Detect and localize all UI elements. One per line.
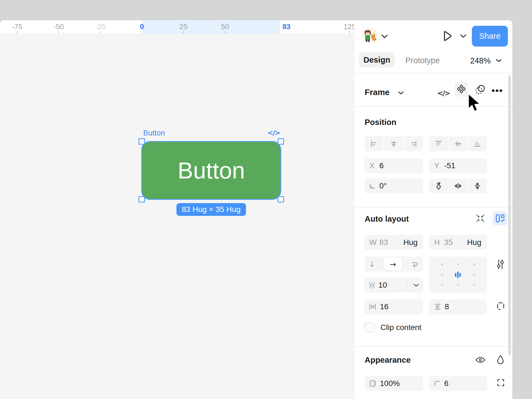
corner-radius-icon [434,380,441,387]
frame-type-selector[interactable]: Frame [365,88,390,97]
tab-design-label: Design [364,55,390,65]
frame-selector-chevron-icon[interactable] [398,91,404,95]
direction-wrap-button[interactable] [411,260,419,268]
alignment-grid[interactable] [429,257,487,293]
field-separator [407,280,407,290]
flip-horizontal-button[interactable] [449,178,467,193]
auto-layout-section-title: Auto layout [365,214,409,224]
width-field[interactable]: W 83 Hug [364,235,423,250]
individual-corners-icon[interactable] [497,378,505,387]
vertical-align-group [429,136,487,151]
ruler-tick [58,31,59,34]
opacity-field[interactable]: 100% [364,376,423,391]
divider [354,346,512,347]
clip-content-checkbox[interactable] [364,322,375,332]
divider [354,106,512,107]
align-bottom-button[interactable] [468,136,487,151]
corner-radius-value: 6 [444,379,449,388]
gap-icon: )|( [369,282,375,289]
rotate-button[interactable] [429,178,448,193]
layout-direction-group: ↓ → [364,257,423,272]
share-button-label: Share [479,32,500,41]
more-options-icon[interactable]: ••• [492,85,503,96]
present-play-button[interactable] [442,30,453,42]
design-canvas[interactable]: -75 -50 -25 0 25 50 83 125 Button </> Bu… [0,20,354,399]
zoom-level[interactable]: 248% [470,56,491,65]
avatar-person [365,30,371,42]
align-h-center-button[interactable] [384,136,403,151]
x-field-label: X [369,161,379,170]
individual-padding-icon[interactable] [497,302,505,311]
horizontal-align-group [364,136,423,151]
ruler-mark: 83 [283,22,291,31]
blend-droplet-icon[interactable] [497,354,504,364]
visibility-eye-icon[interactable] [475,356,486,364]
direction-vertical-button[interactable]: ↓ [369,260,375,268]
ruler-mark: 50 [221,22,229,31]
y-position-field[interactable]: Y -51 [429,158,487,173]
resize-handle-top-left[interactable] [139,138,145,145]
horizontal-ruler: -75 -50 -25 0 25 50 83 125 [0,20,354,34]
user-avatar[interactable] [362,28,377,44]
remove-auto-layout-icon[interactable]: ↘↙ ↗↖ [475,213,486,223]
horizontal-padding-icon [369,303,377,310]
ruler-mark: 25 [180,22,188,31]
resize-handle-top-right[interactable] [278,138,284,145]
ruler-mark: -25 [95,22,106,31]
right-arrow-icon: → [390,260,396,268]
rotation-value: 0° [379,181,387,190]
vertical-padding-value: 8 [445,302,449,311]
ruler-tick [100,31,101,34]
inspector-panel: Share Design Prototype 248% Frame </> ••… [354,20,512,399]
ruler-mark: -50 [53,22,64,31]
advanced-layout-settings-icon[interactable] [496,259,505,270]
gap-options-chevron-icon[interactable] [413,283,419,287]
vertical-padding-field[interactable]: 8 [429,299,487,314]
gap-value: 10 [378,281,387,290]
vertical-padding-icon [434,303,441,310]
flip-vertical-button[interactable] [468,178,487,193]
dev-mode-toggle-icon[interactable]: </> [437,89,450,97]
height-label: H [434,238,444,247]
tab-prototype[interactable]: Prototype [405,56,440,65]
opacity-value: 100% [380,379,400,388]
transform-group [429,178,487,193]
divider [354,207,512,208]
height-sizing-mode[interactable]: Hug [467,238,481,247]
corner-radius-field[interactable]: 6 [429,376,487,391]
share-button[interactable]: Share [472,26,508,47]
auto-layout-flow-icon [495,214,505,223]
avatar-menu-chevron-icon[interactable] [381,34,388,39]
resize-handle-bottom-right[interactable] [278,196,284,203]
selected-button-frame[interactable]: Button </> Button [141,141,281,200]
zoom-menu-chevron-icon[interactable] [496,59,502,63]
align-v-center-button[interactable] [449,136,467,151]
present-options-chevron-icon[interactable] [460,34,467,39]
ruler-tick [17,31,17,34]
mouse-cursor [467,93,484,112]
opacity-icon [369,380,377,387]
height-field[interactable]: H 35 Hug [429,235,487,250]
align-top-button[interactable] [429,136,448,151]
x-position-field[interactable]: X 6 [364,158,423,173]
clip-content-label[interactable]: Clip content [380,323,421,332]
ruler-mark: 0 [140,22,144,31]
resize-handle-bottom-left[interactable] [139,196,145,203]
button-text: Button [142,142,280,199]
ruler-tick [225,31,225,34]
avatar-cat [371,34,376,41]
dev-mode-icon[interactable]: </> [267,129,280,137]
direction-horizontal-button-selected[interactable]: → [384,257,402,271]
auto-layout-active-toggle[interactable] [493,211,507,225]
ruler-tick [349,31,350,34]
layer-name-label[interactable]: Button [143,129,165,137]
width-sizing-mode[interactable]: Hug [403,238,418,247]
panel-scrollbar[interactable] [508,75,511,355]
align-right-button[interactable] [404,136,423,151]
horizontal-padding-field[interactable]: 16 [364,299,423,314]
tab-design[interactable]: Design [359,52,395,67]
gap-field[interactable]: )|( 10 [364,278,423,293]
align-left-button[interactable] [364,136,383,151]
create-component-icon[interactable] [457,84,466,94]
rotation-field[interactable]: 0° [364,178,423,193]
